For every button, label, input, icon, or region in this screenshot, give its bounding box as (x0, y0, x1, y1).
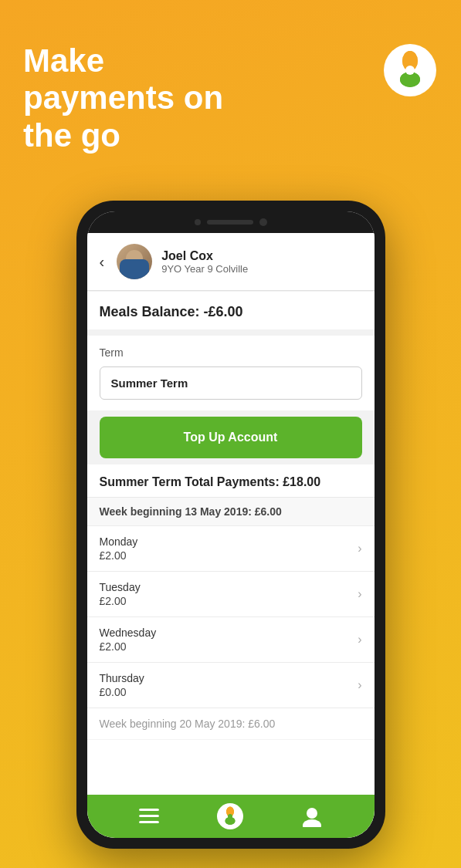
day-amount: £2.00 (100, 549, 138, 562)
profile-header: ‹ Joel Cox 9YO Year 9 Colville (87, 233, 375, 291)
phone-device: ‹ Joel Cox 9YO Year 9 Colville Meals Bal… (76, 201, 385, 849)
day-name: Wednesday (100, 627, 157, 639)
term-form: Term Summer Term (87, 336, 375, 410)
term-label: Term (100, 346, 362, 359)
hero-title: Make payments on the go (23, 42, 239, 154)
day-info: Monday £2.00 (100, 535, 138, 562)
phone-camera-bar (87, 211, 375, 233)
payments-title: Summer Term Total Payments: £18.00 (87, 464, 375, 498)
day-name: Week beginning 20 May 2019: £6.00 (100, 718, 276, 730)
meals-balance: Meals Balance: -£6.00 (100, 304, 362, 320)
term-input[interactable]: Summer Term (100, 366, 362, 400)
chevron-right-icon: › (358, 542, 361, 556)
svg-point-14 (228, 814, 232, 819)
chevron-right-icon: › (358, 678, 361, 692)
table-row[interactable]: Tuesday £2.00 › (87, 572, 375, 617)
chevron-right-icon: › (358, 633, 361, 647)
day-amount: £0.00 (100, 686, 144, 698)
avatar (117, 244, 152, 279)
day-name: Tuesday (100, 581, 141, 593)
day-amount: £2.00 (100, 640, 157, 653)
nav-home[interactable] (216, 802, 244, 830)
phone-speaker (207, 220, 253, 225)
balance-section: Meals Balance: -£6.00 (87, 292, 375, 329)
day-name: Thursday (100, 672, 144, 684)
svg-rect-7 (139, 815, 159, 817)
nav-menu[interactable] (139, 809, 159, 824)
camera-dot (195, 219, 201, 225)
table-row[interactable]: Week beginning 20 May 2019: £6.00 (87, 708, 375, 740)
front-camera (259, 218, 267, 226)
topup-button[interactable]: Top Up Account (100, 417, 362, 458)
svg-point-16 (303, 819, 321, 827)
day-info: Week beginning 20 May 2019: £6.00 (100, 718, 276, 730)
day-amount: £2.00 (100, 595, 141, 607)
week-header: Week beginning 13 May 2019: £6.00 (87, 498, 375, 526)
payments-section: Summer Term Total Payments: £18.00 Week … (87, 464, 375, 795)
day-name: Monday (100, 535, 138, 548)
table-row[interactable]: Monday £2.00 › (87, 526, 375, 572)
day-info: Thursday £0.00 (100, 672, 144, 698)
bottom-navigation (87, 795, 375, 838)
table-row[interactable]: Thursday £0.00 › (87, 663, 375, 708)
back-button[interactable]: ‹ (100, 253, 105, 271)
svg-rect-6 (139, 809, 159, 811)
profile-name: Joel Cox (161, 249, 361, 263)
table-row[interactable]: Wednesday £2.00 › (87, 617, 375, 663)
svg-point-15 (307, 808, 317, 819)
svg-point-5 (405, 66, 415, 75)
svg-rect-8 (139, 821, 159, 823)
profile-info: Joel Cox 9YO Year 9 Colville (161, 249, 361, 275)
profile-subtitle: 9YO Year 9 Colville (161, 263, 361, 275)
app-logo (382, 42, 438, 98)
day-info: Tuesday £2.00 (100, 581, 141, 607)
nav-profile[interactable] (301, 806, 323, 827)
chevron-right-icon: › (358, 587, 361, 601)
day-info: Wednesday £2.00 (100, 627, 157, 653)
